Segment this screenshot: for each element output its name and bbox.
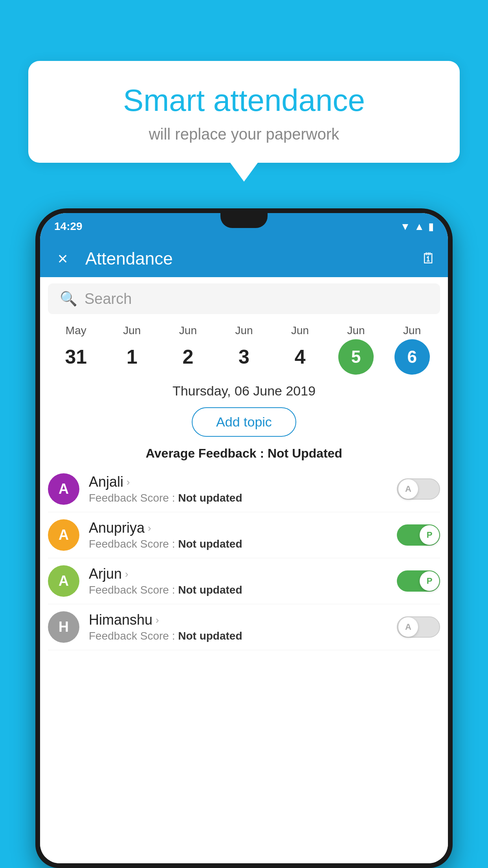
- day-number[interactable]: 31: [58, 339, 94, 375]
- avg-feedback-label: Average Feedback :: [146, 446, 268, 460]
- feedback-score: Feedback Score : Not updated: [89, 584, 387, 596]
- attendance-toggle[interactable]: P: [397, 570, 440, 592]
- speech-bubble: Smart attendance will replace your paper…: [28, 61, 460, 163]
- feedback-score: Feedback Score : Not updated: [89, 492, 387, 504]
- avg-feedback-value: Not Updated: [268, 446, 342, 460]
- avatar: A: [48, 519, 79, 551]
- add-topic-button[interactable]: Add topic: [192, 407, 296, 437]
- avatar: H: [48, 611, 79, 643]
- search-icon: 🔍: [60, 291, 77, 307]
- feedback-score: Feedback Score : Not updated: [89, 630, 387, 642]
- month-label: Jun: [291, 324, 309, 337]
- calendar-button[interactable]: 🗓: [421, 250, 436, 267]
- avatar: A: [48, 473, 79, 505]
- date-col[interactable]: Jun3: [220, 324, 268, 375]
- student-name: Himanshu ›: [89, 612, 387, 628]
- chevron-right-icon: ›: [127, 476, 130, 488]
- month-label: May: [66, 324, 86, 337]
- day-number[interactable]: 3: [226, 339, 262, 375]
- app-screen: 🔍 Search May31Jun1Jun2Jun3Jun4Jun5Jun6 T…: [40, 277, 448, 863]
- chevron-right-icon: ›: [148, 522, 151, 534]
- day-number[interactable]: 5: [338, 339, 374, 375]
- month-label: Jun: [347, 324, 365, 337]
- day-number[interactable]: 2: [170, 339, 205, 375]
- month-label: Jun: [179, 324, 197, 337]
- wifi-icon: ▼: [400, 221, 411, 233]
- student-info: Arjun ›Feedback Score : Not updated: [89, 566, 387, 596]
- phone-frame: 14:29 ▼ ▲ ▮ × Attendance 🗓 🔍 Search May3…: [35, 208, 453, 868]
- selected-date: Thursday, 06 June 2019: [40, 375, 448, 403]
- phone-notch: [220, 213, 268, 228]
- student-name: Anjali ›: [89, 474, 387, 490]
- month-label: Jun: [235, 324, 253, 337]
- toggle-thumb: A: [398, 617, 418, 637]
- avatar: A: [48, 565, 79, 597]
- date-col[interactable]: Jun6: [389, 324, 436, 375]
- attendance-toggle[interactable]: A: [397, 478, 440, 500]
- app-bar: × Attendance 🗓: [40, 240, 448, 277]
- month-label: Jun: [123, 324, 141, 337]
- day-number[interactable]: 4: [283, 339, 318, 375]
- date-col[interactable]: Jun1: [108, 324, 156, 375]
- signal-icon: ▲: [414, 221, 424, 233]
- toggle-thumb: A: [398, 479, 418, 499]
- day-number[interactable]: 6: [394, 339, 430, 375]
- student-name: Anupriya ›: [89, 520, 387, 536]
- toggle-switch[interactable]: P: [397, 524, 440, 546]
- date-col[interactable]: Jun2: [164, 324, 211, 375]
- close-button[interactable]: ×: [52, 249, 73, 268]
- attendance-toggle[interactable]: A: [397, 616, 440, 638]
- toggle-thumb: P: [420, 525, 439, 545]
- month-label: Jun: [403, 324, 421, 337]
- student-name: Arjun ›: [89, 566, 387, 582]
- chevron-right-icon: ›: [156, 614, 159, 626]
- phone-screen: 14:29 ▼ ▲ ▮ × Attendance 🗓 🔍 Search May3…: [40, 213, 448, 863]
- student-item[interactable]: HHimanshu ›Feedback Score : Not updatedA: [48, 604, 440, 650]
- toggle-switch[interactable]: P: [397, 570, 440, 592]
- search-bar[interactable]: 🔍 Search: [48, 283, 440, 314]
- search-input[interactable]: Search: [84, 291, 132, 307]
- toggle-switch[interactable]: A: [397, 616, 440, 638]
- student-item[interactable]: AAnupriya ›Feedback Score : Not updatedP: [48, 512, 440, 558]
- toggle-switch[interactable]: A: [397, 478, 440, 500]
- date-col[interactable]: Jun4: [277, 324, 324, 375]
- status-icons: ▼ ▲ ▮: [400, 221, 434, 233]
- attendance-toggle[interactable]: P: [397, 524, 440, 546]
- status-time: 14:29: [54, 220, 83, 233]
- student-item[interactable]: AAnjali ›Feedback Score : Not updatedA: [48, 466, 440, 512]
- date-col[interactable]: May31: [52, 324, 99, 375]
- battery-icon: ▮: [428, 221, 434, 233]
- feedback-score: Feedback Score : Not updated: [89, 538, 387, 550]
- student-item[interactable]: AArjun ›Feedback Score : Not updatedP: [48, 558, 440, 604]
- app-title: Attendance: [85, 249, 409, 268]
- bubble-subtitle: will replace your paperwork: [52, 125, 436, 143]
- day-number[interactable]: 1: [114, 339, 150, 375]
- chevron-right-icon: ›: [125, 568, 128, 580]
- student-info: Himanshu ›Feedback Score : Not updated: [89, 612, 387, 642]
- bubble-title: Smart attendance: [52, 83, 436, 118]
- avg-feedback: Average Feedback : Not Updated: [40, 441, 448, 466]
- date-col[interactable]: Jun5: [332, 324, 380, 375]
- toggle-thumb: P: [420, 571, 439, 591]
- student-info: Anjali ›Feedback Score : Not updated: [89, 474, 387, 504]
- student-list: AAnjali ›Feedback Score : Not updatedAAA…: [40, 466, 448, 650]
- date-strip: May31Jun1Jun2Jun3Jun4Jun5Jun6: [40, 320, 448, 375]
- student-info: Anupriya ›Feedback Score : Not updated: [89, 520, 387, 550]
